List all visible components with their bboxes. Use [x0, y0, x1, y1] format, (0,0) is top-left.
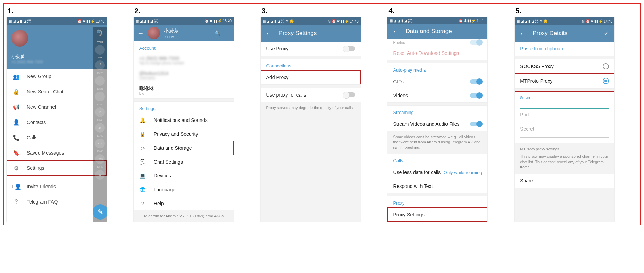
menu-new-group[interactable]: 👥New Group — [7, 69, 107, 84]
lock-icon: 🔒 — [139, 131, 146, 137]
step-1-label: 1. — [6, 7, 130, 15]
status-bar: ▦ ◢ ◢ ▮ ◢ 603K/s ⏰ ✱ ▮▮⚡ 13:40 — [387, 17, 487, 24]
autoplay-header: Auto-play media — [387, 63, 487, 75]
appbar: Data and Storage — [387, 24, 487, 39]
account-bio[interactable]: 咻咻咻 Bio — [134, 83, 234, 98]
menu-calls[interactable]: 📞Calls — [7, 130, 107, 145]
less-data-value: Only while roaming — [444, 170, 482, 175]
pref-reset-autodownload[interactable]: Reset Auto-Download Settings — [387, 46, 487, 60]
account-username[interactable]: @bobun1314 Username — [134, 68, 234, 83]
pref-chat[interactable]: 💬Chat Settings — [134, 155, 234, 169]
toggle-stream[interactable] — [470, 122, 482, 126]
menu-faq[interactable]: ?Telegram FAQ — [7, 194, 107, 209]
divider — [515, 56, 614, 59]
data-icon: ◔ — [139, 145, 146, 151]
step-5-label: 5. — [514, 7, 638, 15]
pref-paste-clipboard[interactable]: Paste from clipboard — [515, 42, 614, 56]
radio-mtproto[interactable] — [603, 78, 609, 84]
connections-header: Connections — [261, 59, 361, 71]
pref-proxy-settings[interactable]: Proxy Settings — [387, 208, 487, 222]
invite-icon: +👤 — [13, 183, 20, 190]
step-3-label: 3. — [260, 7, 384, 15]
divider — [387, 60, 487, 63]
phone-5: ▦ ◢ ◢ ▮ ◢ 1.2K/s ✕ 😊 ℕ ⏰ ✱ ▮▮⚡ 14:40 Pro… — [514, 17, 615, 222]
pref-add-proxy[interactable]: Add Proxy — [261, 71, 361, 84]
server-field[interactable]: Server — [520, 94, 609, 110]
status-bar: ▦ ◢ ◢ ▮ ◢ 1.4K/s ✕ 😊 ℕ ⏰ ✱ ▮▮⚡ 14:40 — [261, 17, 361, 25]
group-icon: 👥 — [13, 73, 20, 80]
laptop-icon: 💻 — [139, 173, 146, 179]
divider — [261, 56, 361, 59]
pref-privacy[interactable]: 🔒Privacy and Security — [134, 127, 234, 141]
menu-new-channel[interactable]: 📢New Channel — [7, 99, 107, 115]
drawer-username: 小菠萝 — [11, 53, 102, 60]
back-icon[interactable] — [392, 27, 400, 35]
phone-2: ▦ ◢ ◢ ▮ ◢ 3.5K/s ⏰ ✱ ▮▮⚡ 13:40 小菠萝 onlin… — [133, 17, 234, 222]
pref-share[interactable]: Share — [515, 174, 614, 188]
step-2-label: 2. — [133, 7, 257, 15]
back-icon[interactable] — [265, 29, 273, 38]
status-bar: ▦ ◢ ◢ ▮ ◢ 3.5K/s ⏰ ✱ ▮▮⚡ 13:40 — [134, 17, 234, 25]
divider — [515, 88, 614, 92]
drawer-phone: +1 (502) 966-7333 — [11, 60, 102, 64]
pref-mtproto[interactable]: MTProto Proxy — [515, 74, 614, 88]
drawer-header: 小菠萝 +1 (502) 966-7333 ▼ — [7, 25, 107, 69]
mtproto-note: MTProto proxy settings. This proxy may d… — [515, 143, 614, 174]
toggle-gifs[interactable] — [470, 79, 482, 84]
pref-help[interactable]: ?Help — [134, 197, 234, 210]
port-field[interactable]: Port — [520, 110, 609, 125]
pref-proxy-calls[interactable]: Use proxy for calls — [261, 88, 361, 102]
back-icon[interactable] — [137, 29, 144, 37]
menu-contacts[interactable]: 👤Contacts — [7, 115, 107, 130]
search-icon[interactable] — [96, 29, 104, 37]
toggle-proxy-calls[interactable] — [343, 92, 355, 97]
pref-photos[interactable]: Photos — [387, 39, 487, 46]
more-icon[interactable] — [224, 29, 230, 37]
divider — [261, 84, 361, 88]
calls-header: Calls — [387, 154, 487, 165]
avatar[interactable] — [11, 30, 28, 47]
pref-language[interactable]: 🌐Language — [134, 183, 234, 197]
menu-settings[interactable]: ⚙Settings — [7, 160, 107, 176]
pref-notifications[interactable]: 🔔Notifications and Sounds — [134, 113, 234, 127]
compose-fab[interactable]: ✎ — [93, 204, 107, 220]
divider — [134, 98, 234, 102]
settings-header: Settings — [134, 102, 234, 113]
pref-videos[interactable]: Videos — [387, 89, 487, 102]
divider — [7, 177, 107, 177]
pref-stream[interactable]: Stream Videos and Audio Files — [387, 117, 487, 131]
status-bar: ▦ ◢ ◢ ▮ ◢ 1.2K/s ✕ 😊 ℕ ⏰ ✱ ▮▮⚡ 14:40 — [515, 17, 614, 25]
bookmark-icon: 🔖 — [13, 149, 20, 156]
divider — [387, 193, 487, 196]
pref-less-data[interactable]: Use less data for callsOnly while roamin… — [387, 165, 487, 179]
profile-appbar: 小菠萝 online — [134, 25, 234, 42]
pref-devices[interactable]: 💻Devices — [134, 169, 234, 183]
bell-icon: 🔔 — [139, 117, 146, 123]
status-bar: ▦ ◢ ◢ ▮ ◢ 331K/s ⏰ ✱ ▮▮⚡ 13:40 — [7, 17, 107, 25]
gear-icon: ⚙ — [13, 165, 20, 172]
account-phone[interactable]: +1 (502) 966-7333 Tap to change phone nu… — [134, 53, 234, 68]
toggle-videos[interactable] — [470, 93, 482, 98]
pref-use-proxy[interactable]: Use Proxy — [261, 42, 361, 56]
menu-invite[interactable]: +👤Invite Friends — [7, 179, 107, 194]
avatar[interactable] — [148, 27, 160, 39]
phone-1: ▦ ◢ ◢ ▮ ◢ 331K/s ⏰ ✱ ▮▮⚡ 13:40 小菠萝 +1 (5… — [6, 17, 107, 222]
step-4-label: 4. — [387, 7, 511, 15]
search-icon[interactable] — [215, 30, 220, 36]
phone-3: ▦ ◢ ◢ ▮ ◢ 1.4K/s ✕ 😊 ℕ ⏰ ✱ ▮▮⚡ 14:40 Pro… — [260, 17, 361, 222]
menu-saved[interactable]: 🔖Saved Messages — [7, 145, 107, 160]
pref-gifs[interactable]: GIFs — [387, 75, 487, 89]
person-icon: 👤 — [13, 119, 20, 126]
pref-socks5[interactable]: SOCKS5 Proxy — [515, 59, 614, 74]
secret-field[interactable]: Secret — [520, 125, 609, 139]
back-icon[interactable] — [519, 29, 527, 38]
radio-socks5[interactable] — [603, 63, 609, 69]
toggle-use-proxy[interactable] — [343, 46, 355, 51]
confirm-icon[interactable] — [602, 29, 610, 38]
help-icon: ? — [139, 201, 146, 206]
toggle-photos[interactable] — [470, 40, 482, 45]
pref-data-storage[interactable]: ◔Data and Storage — [134, 141, 234, 155]
phone-icon: 📞 — [13, 134, 20, 141]
menu-new-secret[interactable]: 🔒New Secret Chat — [7, 84, 107, 99]
pref-respond-text[interactable]: Respond with Text — [387, 179, 487, 193]
